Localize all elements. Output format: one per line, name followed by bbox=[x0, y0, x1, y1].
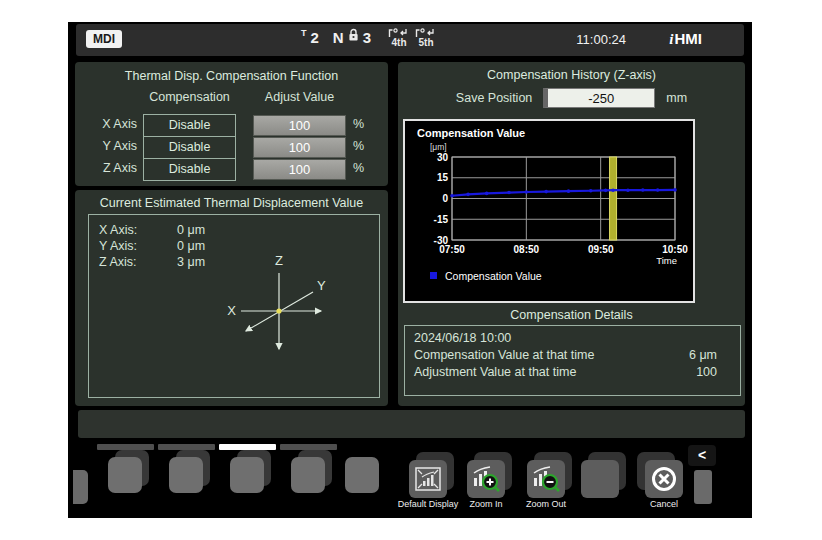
svg-text:09:50: 09:50 bbox=[588, 244, 614, 255]
lock-number: 3 bbox=[363, 29, 371, 46]
details-adjust-row: Adjustment Value at that time 100 bbox=[414, 364, 731, 381]
n-label: N bbox=[333, 29, 344, 46]
y-axis-percent: % bbox=[353, 139, 364, 153]
details-value: 6 μm bbox=[661, 347, 731, 364]
details-timestamp: 2024/06/18 10:00 bbox=[414, 330, 731, 347]
compensation-details-box: 2024/06/18 10:00 Compensation Value at t… bbox=[404, 325, 741, 396]
ihmi-logo: iHMI bbox=[669, 30, 702, 48]
y-axis-compensation-button[interactable]: Disable bbox=[143, 136, 236, 159]
axis-badge-label: 5th bbox=[419, 38, 434, 48]
details-title: Compensation Details bbox=[398, 308, 745, 322]
compensation-history-chart: Compensation Value[μm]30150-15-3007:5008… bbox=[403, 119, 695, 303]
rotary-axis-icon bbox=[415, 28, 437, 37]
mode-badge[interactable]: MDI bbox=[86, 30, 122, 48]
svg-text:[μm]: [μm] bbox=[430, 142, 447, 152]
softkey-button-5[interactable] bbox=[345, 457, 379, 493]
svg-text:Compensation Value: Compensation Value bbox=[445, 270, 542, 282]
col-header-compensation: Compensation bbox=[143, 90, 236, 104]
zoom-in-label: Zoom In bbox=[455, 500, 517, 510]
z-axis-adjust-input[interactable] bbox=[253, 159, 346, 180]
logo-i: i bbox=[669, 31, 673, 47]
xyz-axes-diagram: Z X Y bbox=[189, 250, 359, 370]
logo-hmi: HMI bbox=[675, 30, 703, 47]
z-axis-compensation-button[interactable]: Disable bbox=[143, 158, 236, 181]
lock-icon bbox=[348, 28, 359, 42]
zoom-out-icon bbox=[531, 465, 561, 493]
svg-text:15: 15 bbox=[437, 172, 449, 183]
cancel-button[interactable] bbox=[645, 460, 683, 498]
default-display-icon bbox=[414, 466, 442, 492]
back-chevron-button[interactable]: < bbox=[688, 445, 716, 466]
save-position-row: Save Position mm bbox=[398, 88, 745, 108]
y-axis-adjust-input[interactable] bbox=[253, 137, 346, 158]
estimated-x-row: X Axis:0 μm bbox=[99, 223, 205, 237]
chart-plot: Compensation Value[μm]30150-15-3007:5008… bbox=[405, 121, 693, 301]
softkey-button-2[interactable] bbox=[169, 457, 203, 493]
compensation-history-panel: Compensation History (Z-axis) Save Posit… bbox=[398, 62, 745, 406]
rotary-axis-icon bbox=[388, 28, 410, 37]
default-display-label: Default Display bbox=[397, 500, 459, 510]
estimated-z-label: Z Axis: bbox=[99, 255, 177, 269]
svg-text:30: 30 bbox=[437, 152, 449, 163]
softkey-button-3[interactable] bbox=[230, 457, 264, 493]
estimated-x-label: X Axis: bbox=[99, 223, 177, 237]
x-axis-adjust-input[interactable] bbox=[253, 115, 346, 136]
zoom-in-icon bbox=[471, 465, 501, 493]
t-label: T bbox=[301, 28, 307, 38]
t-number: 2 bbox=[311, 29, 319, 46]
blank-softkey-button[interactable] bbox=[581, 460, 619, 498]
x-axis-label: X Axis bbox=[89, 117, 137, 131]
toolbar-right-tab[interactable] bbox=[694, 470, 712, 504]
axis-badge-4th: 4th bbox=[388, 28, 410, 48]
rotary-axis-badges: 4th 5th bbox=[388, 28, 437, 48]
default-display-button[interactable] bbox=[409, 460, 447, 498]
axis-badge-5th: 5th bbox=[415, 28, 437, 48]
cancel-icon bbox=[650, 465, 678, 493]
estimated-y-label: Y Axis: bbox=[99, 239, 177, 253]
save-position-input[interactable] bbox=[543, 88, 655, 108]
top-status-bar: MDI T2 N 3 4th bbox=[76, 24, 744, 56]
zoom-out-label: Zoom Out bbox=[515, 500, 577, 510]
save-position-label: Save Position bbox=[456, 91, 532, 105]
zoom-in-button[interactable] bbox=[467, 460, 505, 498]
svg-text:07:50: 07:50 bbox=[439, 244, 465, 255]
thermal-comp-function-panel: Thermal Disp. Compensation Function Comp… bbox=[75, 62, 388, 186]
svg-text:-15: -15 bbox=[434, 214, 449, 225]
z-axis-label: Z Axis bbox=[89, 161, 137, 175]
estimated-displacement-panel: Current Estimated Thermal Displacement V… bbox=[75, 190, 388, 406]
x-axis-diagram-label: X bbox=[227, 303, 236, 318]
message-strip bbox=[78, 410, 745, 438]
axis-badge-label: 4th bbox=[392, 38, 407, 48]
screen-canvas: MDI T2 N 3 4th bbox=[0, 0, 822, 540]
svg-text:0: 0 bbox=[442, 193, 448, 204]
clock: 11:00:24 bbox=[576, 32, 626, 47]
y-axis-label: Y Axis bbox=[89, 139, 137, 153]
tool-status: T2 N 3 bbox=[301, 29, 371, 46]
details-adjust-label: Adjustment Value at that time bbox=[414, 364, 661, 381]
z-axis-diagram-label: Z bbox=[275, 253, 283, 268]
svg-text:Compensation Value: Compensation Value bbox=[417, 127, 525, 139]
app-window: MDI T2 N 3 4th bbox=[68, 22, 752, 518]
details-value-row: Compensation Value at that time 6 μm bbox=[414, 347, 731, 364]
softkey-button-1[interactable] bbox=[108, 457, 142, 493]
z-axis-percent: % bbox=[353, 161, 364, 175]
panel-title: Current Estimated Thermal Displacement V… bbox=[75, 196, 388, 210]
x-axis-compensation-button[interactable]: Disable bbox=[143, 114, 236, 137]
panel-title: Compensation History (Z-axis) bbox=[398, 68, 745, 82]
softkey-button-4[interactable] bbox=[291, 457, 325, 493]
x-axis-percent: % bbox=[353, 117, 364, 131]
svg-text:10:50: 10:50 bbox=[662, 244, 688, 255]
toolbar-left-tab[interactable] bbox=[73, 470, 88, 504]
estimated-x-value: 0 μm bbox=[177, 223, 205, 237]
details-timestamp-row: 2024/06/18 10:00 bbox=[414, 330, 731, 347]
svg-text:08:50: 08:50 bbox=[514, 244, 540, 255]
estimated-values-box: X Axis:0 μm Y Axis:0 μm Z Axis:3 μm Z X bbox=[88, 214, 380, 398]
save-position-unit: mm bbox=[666, 91, 687, 105]
cancel-label: Cancel bbox=[633, 500, 695, 510]
details-adjust-value: 100 bbox=[661, 364, 731, 381]
zoom-out-button[interactable] bbox=[527, 460, 565, 498]
svg-text:Time: Time bbox=[656, 255, 677, 266]
details-value-label: Compensation Value at that time bbox=[414, 347, 661, 364]
panel-title: Thermal Disp. Compensation Function bbox=[75, 69, 388, 83]
y-axis-diagram-label: Y bbox=[317, 278, 326, 293]
